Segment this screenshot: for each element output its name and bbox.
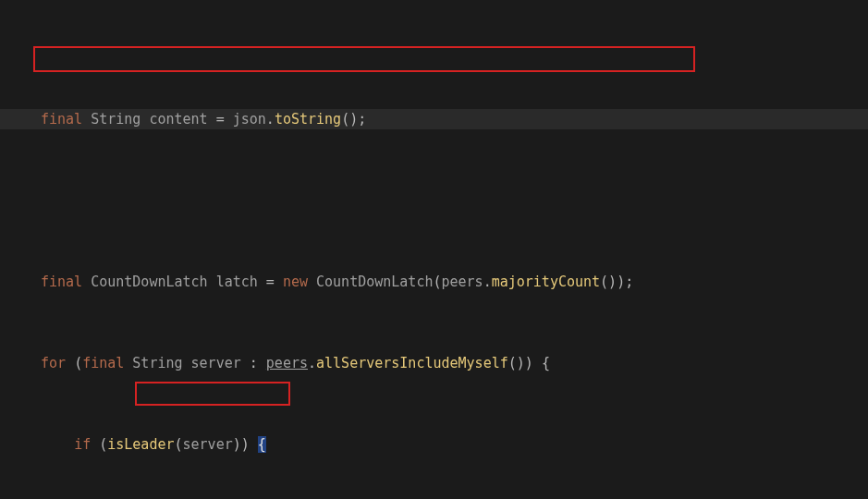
code-line: if (isLeader(server)) { [41, 434, 266, 455]
code-editor[interactable]: final String content = json.toString(); … [0, 0, 868, 499]
highlight-box-2 [135, 382, 290, 406]
code-line: final String content = json.toString(); [41, 109, 366, 129]
code-line: final CountDownLatch latch = new CountDo… [41, 272, 633, 292]
code-line: for (final String server : peers.allServ… [41, 353, 550, 373]
highlight-box-1 [33, 46, 695, 72]
